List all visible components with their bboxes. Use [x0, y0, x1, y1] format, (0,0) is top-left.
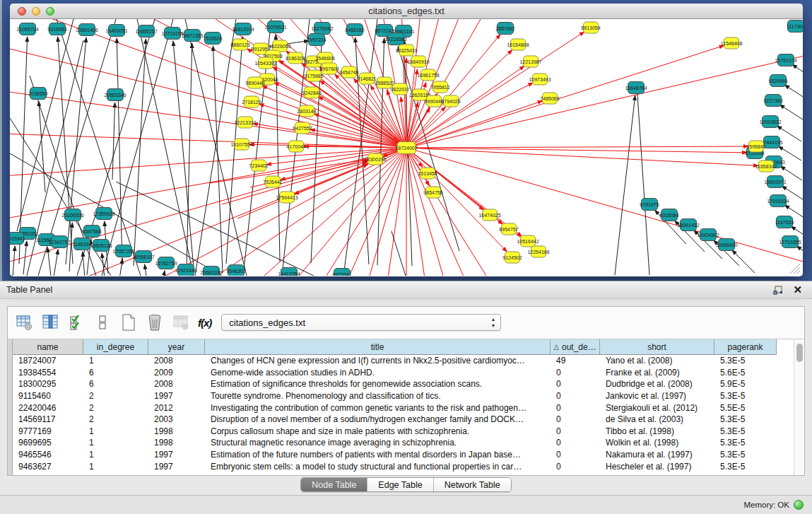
graph-node[interactable]: 8427552	[293, 122, 312, 134]
row-selection-icon[interactable]	[93, 313, 112, 332]
graph-node[interactable]: 16938420	[715, 239, 737, 251]
table-vertical-scrollbar[interactable]	[794, 339, 804, 475]
graph-node[interactable]: 11548408	[721, 37, 743, 49]
graph-node[interactable]: 2036550	[28, 88, 47, 100]
graph-node[interactable]: 17710355	[779, 236, 801, 248]
graph-node[interactable]: 16958107	[132, 251, 154, 263]
graph-node[interactable]: 9329966	[768, 75, 787, 87]
graph-node[interactable]: 8860123	[230, 39, 249, 50]
delete-entries-icon[interactable]	[146, 313, 164, 332]
graph-node[interactable]: 10924502	[697, 229, 719, 241]
graph-node[interactable]: 20206536	[61, 209, 83, 221]
tab-edge-table[interactable]: Edge Table	[367, 478, 433, 491]
graph-node[interactable]: 19218586	[384, 33, 406, 45]
show-columns-icon[interactable]	[41, 313, 59, 332]
table-row[interactable]: 2242004622012Investigating the contribut…	[13, 402, 794, 414]
graph-node[interactable]: 18640910	[407, 56, 429, 67]
graph-node[interactable]: 12342757	[48, 236, 70, 248]
column-header-indegree[interactable]: in_degree	[83, 339, 148, 355]
graph-node[interactable]: 9854756	[423, 187, 442, 198]
scrollbar-thumb[interactable]	[796, 344, 803, 362]
graph-node[interactable]: 15692971	[764, 176, 786, 188]
table-selector-dropdown[interactable]: citations_edges.txt ▲▼	[221, 314, 501, 331]
graph-node[interactable]: 7234402	[249, 160, 268, 171]
graph-node[interactable]: 1117304	[787, 21, 803, 33]
graph-node[interactable]: 2718129	[242, 96, 261, 107]
graph-node[interactable]: 1513454	[418, 168, 437, 179]
table-row[interactable]: 1830029562008Estimation of significance …	[13, 378, 794, 390]
graph-node[interactable]: 14412954	[278, 268, 300, 276]
graph-node[interactable]: 8973341	[332, 269, 351, 276]
graph-node[interactable]: 2803144	[297, 105, 316, 117]
graph-node[interactable]: 9990448	[424, 95, 443, 107]
table-row[interactable]: 1456911722003Disruption of a novel membe…	[13, 414, 794, 426]
graph-node[interactable]: 8466160	[345, 24, 364, 36]
graph-node[interactable]: 12076531	[264, 21, 286, 33]
graph-node[interactable]: 9124502	[502, 252, 522, 263]
memory-status-indicator[interactable]	[794, 500, 804, 510]
graph-node[interactable]: 12213987	[519, 56, 541, 67]
graph-node[interactable]: 10719155	[161, 28, 183, 40]
graph-node[interactable]: 7515526	[203, 33, 222, 45]
graph-node[interactable]: 17957253	[112, 245, 134, 257]
graph-node[interactable]: 16648784	[625, 82, 647, 94]
graph-node[interactable]: 8454749	[339, 66, 358, 78]
graph-node[interactable]: 10655257	[135, 25, 157, 37]
select-columns-icon[interactable]	[67, 313, 86, 332]
column-header-short[interactable]: short	[600, 339, 714, 355]
graph-node[interactable]: 12923448	[175, 264, 196, 276]
network-window-titlebar[interactable]: citations_edges.txt	[10, 4, 803, 19]
table-row[interactable]: 911546021997Tourette syndrome. Phenomeno…	[13, 390, 794, 402]
graph-node[interactable]: 15751074	[775, 54, 796, 66]
graph-node[interactable]: 18312074	[232, 23, 254, 35]
column-header-outde[interactable]: △out_de…	[551, 339, 600, 355]
graph-node[interactable]: 16493051	[105, 25, 127, 37]
network-view-window[interactable]: citations_edges.txt 21055724931508320691…	[10, 4, 803, 276]
graph-node[interactable]: 2887682	[495, 23, 514, 35]
graph-node[interactable]: 4170044	[286, 141, 305, 152]
graph-node[interactable]: 9546302	[226, 265, 245, 276]
window-resize-grip[interactable]	[790, 264, 800, 274]
graph-node[interactable]: 1595840	[746, 141, 765, 152]
graph-node[interactable]: 16154808	[507, 39, 529, 50]
column-header-pagerank[interactable]: pagerank	[714, 339, 777, 355]
graph-node[interactable]: 9890448	[245, 77, 264, 88]
column-header-title[interactable]: title	[205, 339, 551, 355]
table-row[interactable]: 969969511998Structural magnetic resonanc…	[13, 437, 794, 449]
graph-node[interactable]: 9242848	[302, 87, 321, 98]
graph-node[interactable]: 7526442	[263, 176, 282, 187]
graph-node[interactable]: 20681030	[200, 267, 222, 276]
column-header-name[interactable]: name	[13, 339, 83, 355]
network-canvas-container[interactable]: 2105572493150832069140616493051106552571…	[10, 19, 803, 276]
graph-node[interactable]: 9315083	[47, 23, 66, 35]
graph-node[interactable]: 9794028	[441, 95, 460, 107]
graph-node[interactable]: 2967608	[319, 63, 339, 74]
graph-node[interactable]: 8954757	[499, 223, 518, 235]
table-row[interactable]: 946362711997Embryonic stem cells: a mode…	[13, 460, 794, 472]
graph-node[interactable]: 20653346	[104, 89, 126, 101]
graph-node[interactable]: 7955812	[430, 81, 449, 93]
graph-node[interactable]: 9397588	[82, 226, 101, 238]
graph-node[interactable]: 8186328	[286, 52, 305, 64]
graph-node[interactable]: 9822037	[390, 83, 409, 95]
table-row[interactable]: 977716911998Corpus callosum shape and si…	[13, 426, 794, 438]
graph-node[interactable]: 1546608	[315, 52, 334, 64]
column-header-year[interactable]: year	[148, 339, 205, 355]
table-mode-icon[interactable]	[15, 313, 33, 332]
graph-node[interactable]: 18724007	[395, 142, 417, 154]
graph-node[interactable]: 15276062	[311, 23, 333, 35]
graph-node[interactable]: 1145194	[73, 238, 92, 250]
graph-node[interactable]: 7485063	[540, 93, 559, 104]
graph-node[interactable]: 18300295	[364, 153, 386, 165]
graph-node[interactable]: 18107554	[230, 139, 252, 150]
graph-node[interactable]: 16782759	[155, 257, 177, 269]
create-table-icon[interactable]	[119, 313, 138, 332]
graph-node[interactable]: 12444195	[760, 136, 782, 148]
graph-node[interactable]: 9146821	[357, 73, 376, 84]
graph-node[interactable]: 13325419	[395, 45, 417, 56]
graph-node[interactable]: 1167533	[775, 216, 794, 228]
close-panel-icon[interactable]: ✕	[793, 284, 802, 296]
graph-node[interactable]: 17016534	[767, 195, 789, 207]
graph-node[interactable]: 21055724	[16, 23, 38, 35]
graph-node[interactable]: 14671355	[181, 30, 203, 42]
